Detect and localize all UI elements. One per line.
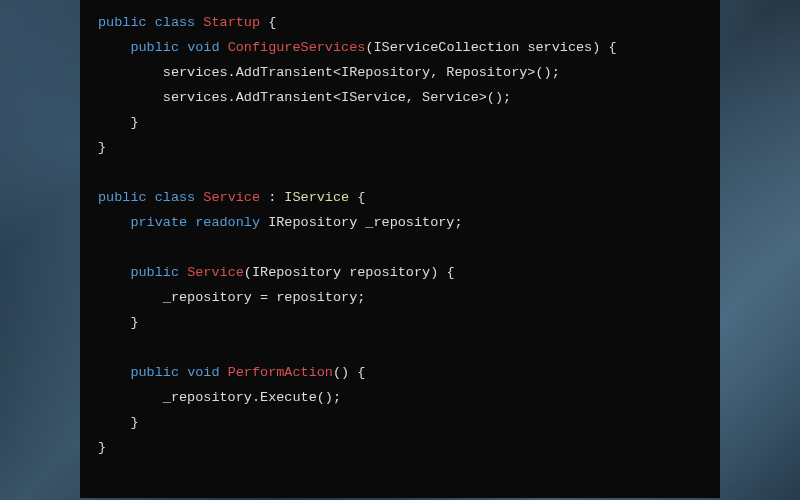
code-line: services.AddTransient<IService, Service>… [98,85,702,110]
code-token: () { [333,365,365,380]
code-token: IRepository _repository; [268,215,462,230]
code-line [98,160,702,185]
code-token: PerformAction [228,365,333,380]
code-token: class [155,15,204,30]
code-line: public class Startup { [98,10,702,35]
code-token: Service [187,265,244,280]
code-token: { [260,15,276,30]
code-token: class [155,190,204,205]
code-token: } [130,415,138,430]
code-line: } [98,135,702,160]
code-token: public [130,365,187,380]
code-token: readonly [195,215,268,230]
code-token: ConfigureServices [228,40,366,55]
code-token: public [130,265,187,280]
code-token: void [187,365,228,380]
code-token: void [187,40,228,55]
code-line: } [98,410,702,435]
code-token: private [130,215,195,230]
code-line: public class Service : IService { [98,185,702,210]
code-line: services.AddTransient<IRepository, Repos… [98,60,702,85]
code-line [98,335,702,360]
code-token: _repository = repository; [163,290,366,305]
code-line [98,235,702,260]
code-token: _repository.Execute(); [163,390,341,405]
code-token: public [130,40,187,55]
code-line: public void PerformAction() { [98,360,702,385]
code-line: _repository.Execute(); [98,385,702,410]
code-token: IService [284,190,349,205]
code-line: _repository = repository; [98,285,702,310]
code-block: public class Startup { public void Confi… [80,0,720,498]
code-token: } [130,115,138,130]
code-token: } [98,440,106,455]
code-line: } [98,310,702,335]
code-token: Startup [203,15,260,30]
code-token: services.AddTransient<IService, Service>… [163,90,511,105]
code-token: } [130,315,138,330]
code-line: } [98,110,702,135]
code-token: } [98,140,106,155]
code-token: : [260,190,284,205]
code-line: } [98,435,702,460]
code-token: { [349,190,365,205]
code-line: public void ConfigureServices(IServiceCo… [98,35,702,60]
code-line: public Service(IRepository repository) { [98,260,702,285]
code-token: (IServiceCollection services) { [365,40,616,55]
code-token: (IRepository repository) { [244,265,455,280]
code-line: private readonly IRepository _repository… [98,210,702,235]
code-token: Service [203,190,260,205]
code-token: services.AddTransient<IRepository, Repos… [163,65,560,80]
code-token: public [98,190,155,205]
code-token: public [98,15,155,30]
